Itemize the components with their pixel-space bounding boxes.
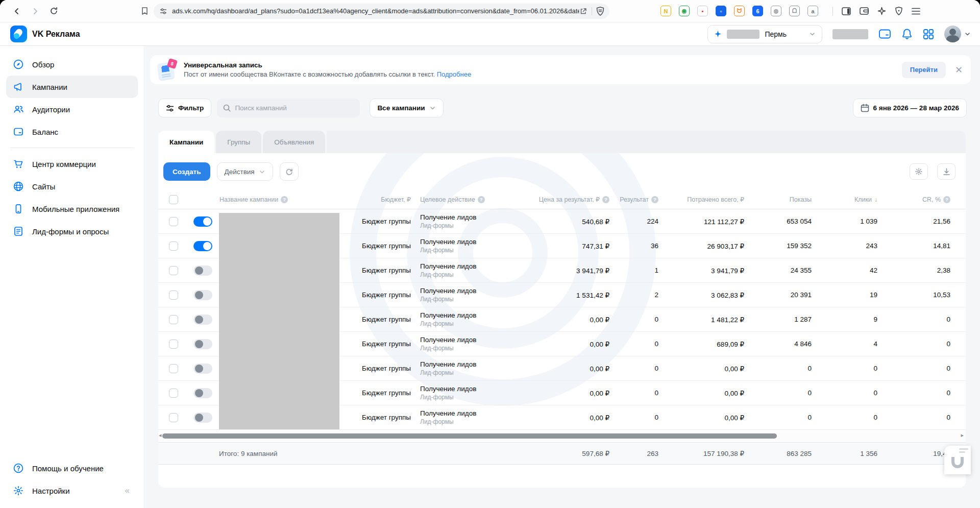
row-toggle[interactable] [193,315,212,325]
row-toggle[interactable] [193,364,212,374]
info-icon[interactable]: ? [651,196,658,203]
column-budget[interactable]: Бюджет, ₽ [381,196,411,203]
row-checkbox[interactable] [169,291,178,300]
row-toggle[interactable] [193,388,212,398]
menu-icon[interactable] [912,8,920,15]
extension-six[interactable]: 6 [752,6,763,16]
share-icon[interactable] [579,7,587,15]
extension-blue-dot[interactable]: ▫ [716,6,726,16]
bookmark-icon[interactable] [141,7,149,15]
select-all-checkbox[interactable] [169,195,178,204]
search-campaigns[interactable] [217,99,360,117]
actions-dropdown[interactable]: Действия [217,162,273,181]
row-checkbox[interactable] [169,340,178,349]
banner-close-icon[interactable]: ✕ [955,65,963,75]
cell-spent: 0,00 ₽ [658,405,744,429]
row-toggle[interactable] [193,290,212,300]
user-menu[interactable] [944,26,971,42]
scroll-right-icon[interactable]: ▸ [961,432,964,439]
extension-green-target[interactable]: ◉ [679,6,690,16]
sliders-icon [166,105,174,112]
tab-campaigns[interactable]: Кампании [158,131,214,153]
info-icon[interactable]: ? [943,196,950,203]
site-settings-icon[interactable] [160,8,167,15]
column-campaign-name[interactable]: Название кампании [219,196,278,203]
cell-spent: 0,00 ₽ [658,356,744,380]
leo-sparkle-icon[interactable] [877,7,886,15]
url-bar[interactable]: ads.vk.com/hq/dashboard/ad_plans?sudo=0a… [154,4,609,19]
sidebar-panel-icon[interactable] [842,7,851,15]
tab-groups[interactable]: Группы [216,131,261,153]
row-checkbox[interactable] [169,241,178,251]
row-toggle[interactable] [193,216,212,227]
filter-button[interactable]: Фильтр [158,99,211,117]
wallet-icon[interactable] [878,29,891,39]
extension-box-a[interactable]: a [807,6,818,16]
sidebar-item-balance[interactable]: Баланс [6,120,138,143]
banner-more-link[interactable]: Подробнее [437,70,471,78]
cell-result: 0 [609,332,658,356]
vpn-shield-icon[interactable] [895,7,903,15]
tab-ads[interactable]: Объявления [263,131,325,153]
apps-grid-icon[interactable] [923,29,934,40]
back-icon[interactable] [11,6,22,17]
horizontal-scrollbar[interactable]: ◂ ▸ [158,430,966,442]
column-cost-per-result[interactable]: Цена за результат, ₽ [539,196,600,203]
reload-icon[interactable] [48,6,59,17]
row-checkbox[interactable] [169,266,178,275]
row-toggle[interactable] [193,413,212,423]
table-settings-button[interactable] [910,163,928,180]
info-icon[interactable]: ? [281,196,288,203]
row-toggle[interactable] [193,339,212,349]
column-clicks[interactable]: Клики [854,196,872,203]
cell-impressions: 1 287 [744,307,812,331]
column-goal-action[interactable]: Целевое действие [420,196,475,203]
wallet-panel-icon[interactable] [860,7,869,15]
scroll-left-icon[interactable]: ◂ [159,432,162,439]
sidebar-item-sites[interactable]: Сайты [6,175,138,198]
sidebar-item-audiences[interactable]: Аудитории [6,98,138,120]
sidebar-item-settings[interactable]: Настройки « [6,479,138,502]
date-range-picker[interactable]: 6 янв 2026 — 28 мар 2026 [853,99,967,117]
row-toggle[interactable] [193,265,212,276]
export-button[interactable] [937,163,955,180]
extension-globe[interactable]: ◍ [771,6,781,16]
column-result[interactable]: Результат [620,196,649,203]
sidebar-item-help[interactable]: Помощь и обучение [6,457,138,479]
support-chat-widget[interactable] [944,446,971,474]
row-toggle[interactable] [193,241,212,251]
row-checkbox[interactable] [169,315,178,324]
sidebar-item-mobile-apps[interactable]: Мобильные приложения [6,198,138,220]
collapse-sidebar-icon[interactable]: « [125,486,129,496]
brave-shield-icon[interactable] [596,7,604,16]
sidebar-item-lead-forms[interactable]: Лид-формы и опросы [6,220,138,243]
cell-spent: 3 062,83 ₽ [658,283,744,307]
column-cr[interactable]: CR, % [922,196,941,203]
notifications-bell-icon[interactable] [901,28,913,40]
column-spent-total[interactable]: Потрачено всего, ₽ [687,196,744,203]
extension-red-dot[interactable]: • [697,6,708,16]
campaign-scope-dropdown[interactable]: Все кампании [370,99,443,117]
extension-ghost[interactable]: ᗝ [789,6,800,16]
sidebar-item-overview[interactable]: Обзор [6,53,138,76]
sidebar-item-campaigns[interactable]: Кампании [6,76,138,98]
info-icon[interactable]: ? [602,196,609,203]
redacted-client-name [727,30,760,39]
sidebar-item-commerce-center[interactable]: Центр коммерции [6,153,138,175]
row-checkbox[interactable] [169,364,178,373]
search-input[interactable] [235,104,347,112]
scrollbar-thumb[interactable] [162,433,777,439]
row-checkbox[interactable] [169,217,178,226]
forward-icon[interactable] [30,6,41,17]
extension-n[interactable]: N [660,6,671,16]
extension-metamask[interactable]: ᗢ [734,6,745,16]
banner-goto-button[interactable]: Перейти [902,62,946,78]
row-checkbox[interactable] [169,413,178,422]
brand[interactable]: VK Реклама [10,26,80,42]
refresh-button[interactable] [280,162,299,181]
client-selector[interactable]: Пермь [707,25,822,43]
column-impressions[interactable]: Показы [790,196,812,203]
create-button[interactable]: Создать [163,162,210,181]
info-icon[interactable]: ? [478,196,485,203]
row-checkbox[interactable] [169,389,178,398]
